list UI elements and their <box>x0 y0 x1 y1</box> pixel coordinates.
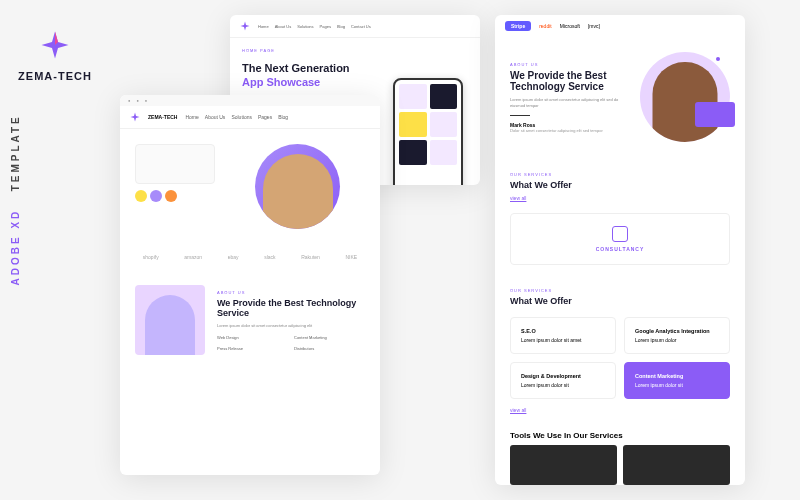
about-block: ABOUT US We Provide the Best Technology … <box>495 37 745 157</box>
laptop-graphic <box>695 102 735 127</box>
browser-dot: ● <box>145 98 147 103</box>
offer-card-content[interactable]: Content Marketing Lorem ipsum dolor sit <box>624 362 730 399</box>
vertical-label: ADOBE XD TEMPLATE <box>10 114 21 285</box>
search-widget[interactable] <box>135 144 215 184</box>
avatar-icon <box>135 190 147 202</box>
nav-items: Home About Us Solutions Pages Blog Conta… <box>258 24 371 29</box>
view-all-link[interactable]: view all <box>510 195 730 201</box>
deco-dot <box>716 57 720 61</box>
about-tag: ABOUT US <box>510 62 625 67</box>
mockup-services: Stripe reddit Microsoft [mvc] ABOUT US W… <box>495 15 745 485</box>
nav-pages[interactable]: Pages <box>320 24 331 29</box>
service-item: Content Marketing <box>294 335 365 340</box>
service-item: Press Release <box>217 346 288 351</box>
logo-slack: slack <box>264 254 275 260</box>
nav-blog[interactable]: Blog <box>278 114 288 120</box>
nav-logo-icon <box>240 21 250 31</box>
offer-title: What We Offer <box>510 180 730 190</box>
hero-tag: HOME PAGE <box>242 48 350 53</box>
logo-nike: NIKE <box>345 254 357 260</box>
hero-image <box>255 144 365 229</box>
offer-section-2: OUR SERVICES What We Offer <box>495 273 745 317</box>
nav-bar: ZEMA-TECH Home About Us Solutions Pages … <box>120 106 380 129</box>
about-image <box>135 285 205 355</box>
nav-solutions[interactable]: Solutions <box>297 24 313 29</box>
hero-section <box>120 129 380 244</box>
about-tag: ABOUT US <box>217 290 365 295</box>
nav-contact[interactable]: Contact Us <box>351 24 371 29</box>
brand-logos-row: Stripe reddit Microsoft [mvc] <box>495 15 745 37</box>
partner-logos: shopify amazon ebay slack Rakuten NIKE <box>120 244 380 270</box>
nav-logo-icon <box>130 112 140 122</box>
browser-dot: ● <box>136 98 138 103</box>
offer-card-design[interactable]: Design & Development Lorem ipsum dolor s… <box>510 362 616 399</box>
offer-card-analytics[interactable]: Google Analytics Integration Lorem ipsum… <box>624 317 730 354</box>
author-desc: Dolor sit amet consectetur adipiscing el… <box>510 128 625 133</box>
avatar-icon <box>150 190 162 202</box>
about-desc: Lorem ipsum dolor sit amet consectetur a… <box>217 323 365 329</box>
about-circle <box>640 52 730 142</box>
hero-circle <box>255 144 340 229</box>
offer-tag: OUR SERVICES <box>510 172 730 177</box>
offer-title: What We Offer <box>510 296 730 306</box>
tools-images <box>495 445 745 485</box>
nav-home[interactable]: Home <box>258 24 269 29</box>
phone-tile <box>399 140 427 165</box>
phone-tile <box>430 140 458 165</box>
brand-mvc: [mvc] <box>588 23 600 29</box>
view-all-link[interactable]: view all <box>495 399 745 421</box>
logo-amazon: amazon <box>184 254 202 260</box>
service-item: Distributors <box>294 346 365 351</box>
nav-blog[interactable]: Blog <box>337 24 345 29</box>
left-sidebar: ZEMA-TECH <box>10 0 100 500</box>
about-title: We Provide the Best Technology Service <box>510 70 625 92</box>
nav-brand: ZEMA-TECH <box>148 114 177 120</box>
offer-tag: OUR SERVICES <box>510 288 730 293</box>
tool-image <box>623 445 730 485</box>
phone-tile <box>430 112 458 137</box>
brand-name: ZEMA-TECH <box>18 70 92 82</box>
brand-microsoft: Microsoft <box>560 23 580 29</box>
nav-about[interactable]: About Us <box>205 114 226 120</box>
avatar-icon <box>165 190 177 202</box>
hero-left <box>135 144 245 229</box>
offer-card-seo[interactable]: S.E.O Lorem ipsum dolor sit amet <box>510 317 616 354</box>
consultancy-card[interactable]: CONSULTANCY <box>510 213 730 265</box>
phone-tile <box>399 112 427 137</box>
tools-title: Tools We Use In Our Services <box>495 421 745 445</box>
brand-reddit: reddit <box>539 23 552 29</box>
about-section: ABOUT US We Provide the Best Technology … <box>120 270 380 370</box>
phone-mockup <box>393 78 463 185</box>
person-graphic <box>145 295 195 355</box>
person-graphic <box>263 154 333 229</box>
consultancy-icon <box>612 226 628 242</box>
hero-title: The Next Generation App Showcase <box>242 61 350 90</box>
divider <box>510 115 530 116</box>
brand-stripe: Stripe <box>505 21 531 31</box>
about-image <box>640 52 730 142</box>
about-desc: Lorem ipsum dolor sit amet consectetur a… <box>510 97 625 109</box>
nav-pages[interactable]: Pages <box>258 114 272 120</box>
mockup-homepage: ●●● ZEMA-TECH Home About Us Solutions Pa… <box>120 95 380 475</box>
nav-items: Home About Us Solutions Pages Blog <box>185 114 288 120</box>
tool-image <box>510 445 617 485</box>
browser-chrome: ●●● <box>120 95 380 106</box>
about-title: We Provide the Best Technology Service <box>217 298 365 318</box>
nav-bar: Home About Us Solutions Pages Blog Conta… <box>230 15 480 38</box>
offer-section-1: OUR SERVICES What We Offer view all <box>495 157 745 205</box>
browser-dot: ● <box>128 98 130 103</box>
logo-rakuten: Rakuten <box>301 254 320 260</box>
nav-home[interactable]: Home <box>185 114 198 120</box>
services-grid: Web Design Content Marketing Press Relea… <box>217 335 365 351</box>
phone-tile <box>399 84 427 109</box>
service-item: Web Design <box>217 335 288 340</box>
nav-solutions[interactable]: Solutions <box>231 114 252 120</box>
logo-shopify: shopify <box>143 254 159 260</box>
nav-about[interactable]: About Us <box>275 24 291 29</box>
offer-cards-grid: S.E.O Lorem ipsum dolor sit amet Google … <box>495 317 745 399</box>
logo-star-icon <box>40 30 70 60</box>
logo-ebay: ebay <box>228 254 239 260</box>
phone-tile <box>430 84 458 109</box>
